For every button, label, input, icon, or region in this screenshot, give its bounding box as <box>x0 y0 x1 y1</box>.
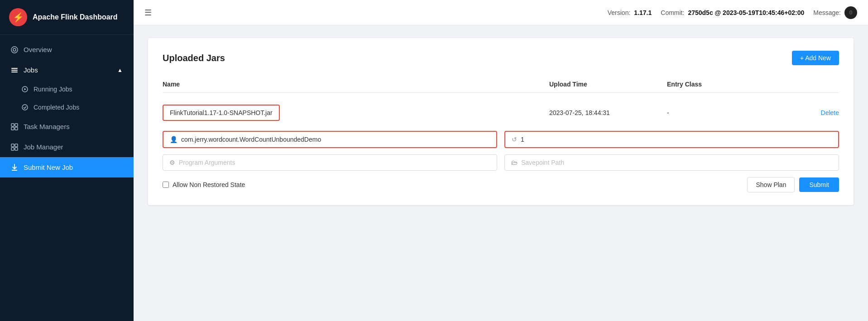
version-label: Version: <box>608 9 631 16</box>
sidebar-logo-text: Apache Flink Dashboard <box>33 13 118 21</box>
commit-value: 2750d5c @ 2023-05-19T10:45:46+02:00 <box>688 9 804 16</box>
svg-rect-12 <box>11 127 14 130</box>
svg-rect-5 <box>11 70 18 71</box>
parallelism-input-wrapper[interactable]: ↺ <box>504 131 839 148</box>
parallelism-input[interactable] <box>521 136 832 143</box>
svg-rect-15 <box>15 144 18 147</box>
flink-logo-icon: ⚡ <box>9 8 27 26</box>
form-row-2: ⚙ 🗁 <box>163 154 839 171</box>
top-header: ☰ Version: 1.17.1 Commit: 2750d5c @ 2023… <box>134 0 868 25</box>
sidebar-item-job-manager-label: Job Manager <box>24 143 63 151</box>
sidebar-item-running-jobs[interactable]: Running Jobs <box>0 80 134 98</box>
sidebar-item-submit-new-job[interactable]: Submit New Job <box>0 157 134 177</box>
allow-non-restored-text: Allow Non Restored State <box>173 181 245 188</box>
overview-icon <box>11 46 18 53</box>
main-area: ☰ Version: 1.17.1 Commit: 2750d5c @ 2023… <box>134 0 868 321</box>
running-jobs-icon <box>22 86 28 92</box>
sidebar-item-task-managers-label: Task Managers <box>24 123 70 130</box>
main-content: Uploaded Jars + Add New Name Upload Time… <box>134 25 868 321</box>
svg-rect-6 <box>11 72 18 72</box>
jobs-icon <box>11 67 18 74</box>
program-args-input-wrapper[interactable]: ⚙ <box>163 154 497 171</box>
col-entry-class: Entry Class <box>667 81 785 88</box>
svg-rect-4 <box>11 68 18 69</box>
svg-text:⚡: ⚡ <box>13 12 24 23</box>
sidebar-item-submit-new-job-label: Submit New Job <box>24 163 73 171</box>
submit-actions: Show Plan Submit <box>747 177 839 192</box>
col-actions <box>785 81 839 88</box>
svg-rect-16 <box>11 148 14 150</box>
entry-class-input[interactable] <box>181 136 490 143</box>
sidebar-item-completed-jobs[interactable]: Completed Jobs <box>0 98 134 116</box>
sidebar-logo: ⚡ Apache Flink Dashboard <box>0 0 134 35</box>
jar-table-row: FlinkTutorial1.17-1.0-SNAPSHOT.jar 2023-… <box>163 100 839 125</box>
entry-class-icon: 👤 <box>170 136 177 143</box>
card-header: Uploaded Jars + Add New <box>163 51 839 65</box>
form-row-1: 👤 ↺ <box>163 131 839 148</box>
jar-name[interactable]: FlinkTutorial1.17-1.0-SNAPSHOT.jar <box>163 105 280 121</box>
svg-point-9 <box>22 105 28 110</box>
svg-marker-8 <box>24 88 27 91</box>
table-header: Name Upload Time Entry Class <box>163 76 839 93</box>
page-title: Uploaded Jars <box>163 53 225 63</box>
allow-non-restored-checkbox[interactable] <box>163 182 169 188</box>
svg-rect-10 <box>11 124 14 126</box>
sidebar-item-jobs[interactable]: Jobs ▲ <box>0 60 134 80</box>
svg-rect-13 <box>15 127 18 130</box>
svg-rect-18 <box>12 170 17 171</box>
jar-upload-time: 2023-07-25, 18:44:31 <box>549 109 667 116</box>
message-count: 0 <box>849 9 852 16</box>
add-new-button[interactable]: + Add New <box>792 51 839 65</box>
sidebar-item-overview[interactable]: Overview <box>0 39 134 60</box>
sidebar-item-jobs-label: Jobs <box>24 66 38 74</box>
task-managers-icon <box>11 123 18 130</box>
uploaded-jars-card: Uploaded Jars + Add New Name Upload Time… <box>148 38 854 205</box>
message-label: Message: <box>813 9 841 16</box>
message-badge[interactable]: 0 <box>844 6 857 19</box>
svg-point-3 <box>13 48 16 51</box>
jar-entry-class: - <box>667 109 785 116</box>
svg-point-2 <box>11 47 18 53</box>
col-name: Name <box>163 81 549 88</box>
version-value: 1.17.1 <box>634 9 652 16</box>
sidebar-navigation: Overview Jobs ▲ Running Jobs <box>0 35 134 321</box>
sidebar-item-overview-label: Overview <box>24 46 52 53</box>
submit-new-job-icon <box>11 164 18 171</box>
completed-jobs-icon <box>22 104 28 110</box>
jobs-chevron-icon: ▲ <box>117 67 123 73</box>
program-args-icon: ⚙ <box>169 159 175 166</box>
header-version-info: Version: 1.17.1 Commit: 2750d5c @ 2023-0… <box>608 6 857 19</box>
savepoint-path-input-wrapper[interactable]: 🗁 <box>504 154 839 171</box>
sidebar-item-job-manager[interactable]: Job Manager <box>0 137 134 157</box>
entry-class-input-wrapper[interactable]: 👤 <box>163 131 497 148</box>
program-args-input[interactable] <box>179 159 490 166</box>
savepoint-path-icon: 🗁 <box>511 159 518 166</box>
allow-non-restored-label[interactable]: Allow Non Restored State <box>163 181 245 188</box>
actions-row: Allow Non Restored State Show Plan Submi… <box>163 177 839 192</box>
job-manager-icon <box>11 144 18 151</box>
sidebar: ⚡ Apache Flink Dashboard Overview Jobs ▲ <box>0 0 134 321</box>
svg-rect-11 <box>15 124 18 126</box>
svg-rect-17 <box>15 148 18 150</box>
commit-label: Commit: <box>661 9 684 16</box>
jar-name-cell: FlinkTutorial1.17-1.0-SNAPSHOT.jar <box>163 105 549 121</box>
delete-jar-button[interactable]: Delete <box>785 109 839 116</box>
col-upload-time: Upload Time <box>549 81 667 88</box>
sidebar-item-task-managers[interactable]: Task Managers <box>0 116 134 137</box>
menu-toggle-icon[interactable]: ☰ <box>144 8 152 18</box>
parallelism-icon: ↺ <box>512 136 517 143</box>
sidebar-item-completed-jobs-label: Completed Jobs <box>34 104 79 111</box>
show-plan-button[interactable]: Show Plan <box>747 177 795 192</box>
svg-rect-14 <box>11 144 14 147</box>
sidebar-item-running-jobs-label: Running Jobs <box>34 86 72 93</box>
savepoint-path-input[interactable] <box>521 159 832 166</box>
submit-button[interactable]: Submit <box>799 177 839 192</box>
